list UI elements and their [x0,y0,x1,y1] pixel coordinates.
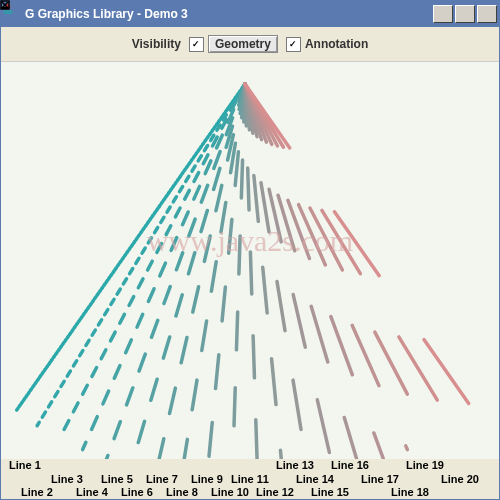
titlebar: G Graphics Library - Demo 3 [1,1,499,27]
line-label: Line 11 [231,473,269,485]
checkmark-icon: ✓ [286,37,301,52]
fan-line [245,84,384,459]
application-window: G Graphics Library - Demo 3 Visibility ✓… [0,0,500,500]
line-label: Line 14 [296,473,334,485]
line-label: Line 16 [331,459,369,471]
maximize-button[interactable] [455,5,475,23]
line-label: Line 19 [406,459,444,471]
line-label: Line 15 [311,486,349,498]
line-label: Line 7 [146,473,178,485]
fan-line [245,84,334,459]
line-label: Line 4 [76,486,108,498]
visibility-label: Visibility [132,37,181,51]
minimize-button[interactable] [433,5,453,23]
fan-line [83,84,245,450]
fan-line [156,84,245,459]
fan-line [106,84,245,459]
window-title: G Graphics Library - Demo 3 [25,7,433,21]
fan-line [245,84,474,412]
line-label: Line 6 [121,486,153,498]
fan-line [16,84,245,412]
line-label: Line 18 [391,486,429,498]
line-label: Line 8 [166,486,198,498]
checkmark-icon: ✓ [189,37,204,52]
toolbar: Visibility ✓ Geometry ✓ Annotation [1,27,499,62]
geometry-checkbox[interactable]: ✓ Geometry [189,35,278,53]
line-label: Line 20 [441,473,479,485]
annotation-bar: Line 1Line 2Line 3Line 4Line 5Line 6Line… [1,459,499,499]
line-label: Line 3 [51,473,83,485]
annotation-checkbox[interactable]: ✓ Annotation [286,37,368,52]
line-label: Line 10 [211,486,249,498]
line-label: Line 2 [21,486,53,498]
line-label: Line 5 [101,473,133,485]
fan-line [245,84,258,459]
canvas-area: www.java2s.com [1,62,499,459]
geometry-button[interactable]: Geometry [208,35,278,53]
line-label: Line 13 [276,459,314,471]
svg-point-0 [3,10,13,14]
fan-graphic [1,62,499,459]
close-button[interactable] [477,5,497,23]
line-label: Line 17 [361,473,399,485]
window-controls [433,5,497,23]
line-label: Line 9 [191,473,223,485]
line-label: Line 1 [9,459,41,471]
fan-line [232,84,245,459]
annotation-label: Annotation [305,37,368,51]
fan-line [245,84,407,450]
fan-line [37,84,245,426]
line-label: Line 12 [256,486,294,498]
fan-line [245,84,453,426]
